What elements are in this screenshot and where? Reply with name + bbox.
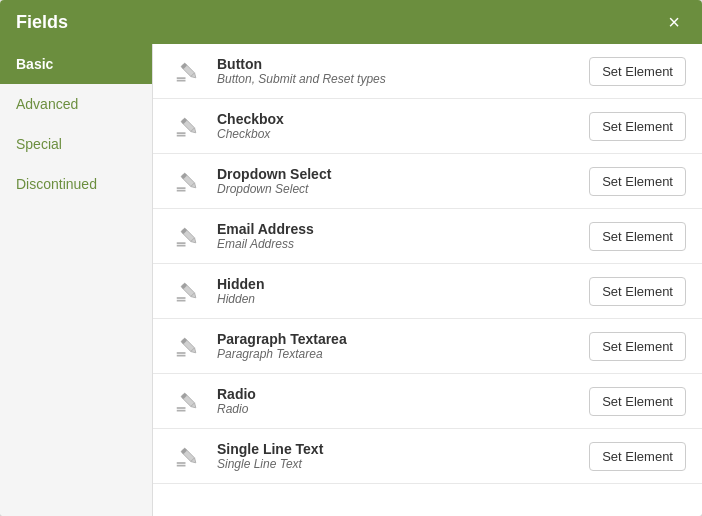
- pencil-icon-paragraph-textarea: [169, 332, 209, 360]
- set-element-button-checkbox[interactable]: Set Element: [589, 112, 686, 141]
- field-info-email-address: Email AddressEmail Address: [209, 221, 589, 251]
- set-element-button-button[interactable]: Set Element: [589, 57, 686, 86]
- field-name-dropdown-select: Dropdown Select: [217, 166, 589, 182]
- field-row-single-line-text: Single Line TextSingle Line TextSet Elem…: [153, 429, 702, 484]
- set-element-button-single-line-text[interactable]: Set Element: [589, 442, 686, 471]
- field-info-paragraph-textarea: Paragraph TextareaParagraph Textarea: [209, 331, 589, 361]
- field-row-paragraph-textarea: Paragraph TextareaParagraph TextareaSet …: [153, 319, 702, 374]
- close-button[interactable]: ×: [662, 10, 686, 34]
- field-name-hidden: Hidden: [217, 276, 589, 292]
- field-desc-button: Button, Submit and Reset types: [217, 72, 589, 86]
- fields-modal: Fields × BasicAdvancedSpecialDiscontinue…: [0, 0, 702, 516]
- set-element-button-hidden[interactable]: Set Element: [589, 277, 686, 306]
- content-area: ButtonButton, Submit and Reset typesSet …: [153, 44, 702, 516]
- field-name-single-line-text: Single Line Text: [217, 441, 589, 457]
- modal-title: Fields: [16, 12, 68, 33]
- pencil-icon-single-line-text: [169, 442, 209, 470]
- field-name-paragraph-textarea: Paragraph Textarea: [217, 331, 589, 347]
- sidebar: BasicAdvancedSpecialDiscontinued: [0, 44, 153, 516]
- set-element-button-dropdown-select[interactable]: Set Element: [589, 167, 686, 196]
- pencil-icon-button: [169, 57, 209, 85]
- pencil-icon-hidden: [169, 277, 209, 305]
- field-row-checkbox: CheckboxCheckboxSet Element: [153, 99, 702, 154]
- field-name-radio: Radio: [217, 386, 589, 402]
- field-row-dropdown-select: Dropdown SelectDropdown SelectSet Elemen…: [153, 154, 702, 209]
- sidebar-item-special[interactable]: Special: [0, 124, 152, 164]
- field-desc-dropdown-select: Dropdown Select: [217, 182, 589, 196]
- modal-header: Fields ×: [0, 0, 702, 44]
- field-info-hidden: HiddenHidden: [209, 276, 589, 306]
- field-row-email-address: Email AddressEmail AddressSet Element: [153, 209, 702, 264]
- sidebar-item-advanced[interactable]: Advanced: [0, 84, 152, 124]
- field-name-button: Button: [217, 56, 589, 72]
- field-desc-radio: Radio: [217, 402, 589, 416]
- field-name-checkbox: Checkbox: [217, 111, 589, 127]
- field-info-radio: RadioRadio: [209, 386, 589, 416]
- field-info-dropdown-select: Dropdown SelectDropdown Select: [209, 166, 589, 196]
- field-desc-checkbox: Checkbox: [217, 127, 589, 141]
- sidebar-item-basic[interactable]: Basic: [0, 44, 152, 84]
- modal-body: BasicAdvancedSpecialDiscontinued ButtonB…: [0, 44, 702, 516]
- set-element-button-email-address[interactable]: Set Element: [589, 222, 686, 251]
- field-row-hidden: HiddenHiddenSet Element: [153, 264, 702, 319]
- set-element-button-radio[interactable]: Set Element: [589, 387, 686, 416]
- field-desc-single-line-text: Single Line Text: [217, 457, 589, 471]
- field-info-single-line-text: Single Line TextSingle Line Text: [209, 441, 589, 471]
- field-info-checkbox: CheckboxCheckbox: [209, 111, 589, 141]
- pencil-icon-email-address: [169, 222, 209, 250]
- field-info-button: ButtonButton, Submit and Reset types: [209, 56, 589, 86]
- field-row-button: ButtonButton, Submit and Reset typesSet …: [153, 44, 702, 99]
- pencil-icon-dropdown-select: [169, 167, 209, 195]
- pencil-icon-radio: [169, 387, 209, 415]
- field-desc-paragraph-textarea: Paragraph Textarea: [217, 347, 589, 361]
- field-row-radio: RadioRadioSet Element: [153, 374, 702, 429]
- field-desc-email-address: Email Address: [217, 237, 589, 251]
- field-name-email-address: Email Address: [217, 221, 589, 237]
- sidebar-item-discontinued[interactable]: Discontinued: [0, 164, 152, 204]
- pencil-icon-checkbox: [169, 112, 209, 140]
- field-desc-hidden: Hidden: [217, 292, 589, 306]
- set-element-button-paragraph-textarea[interactable]: Set Element: [589, 332, 686, 361]
